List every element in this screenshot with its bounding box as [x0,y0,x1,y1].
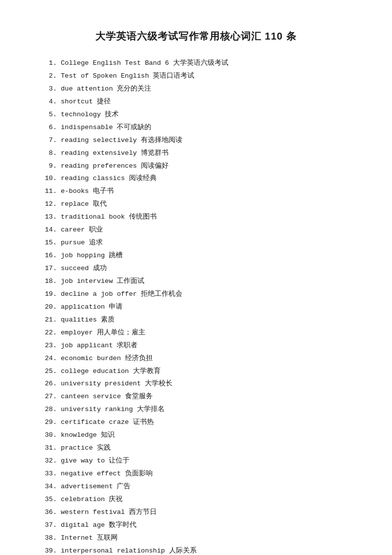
list-item: 6.indispensable 不可或缺的 [40,122,352,134]
item-content: traditional book 传统图书 [61,212,352,223]
item-number: 5. [40,109,57,121]
list-item: 15.pursue 追求 [40,237,352,249]
list-item: 27.canteen service 食堂服务 [40,391,352,403]
list-item: 17.succeed 成功 [40,263,352,275]
item-number: 34. [40,481,57,493]
item-content: economic burden 经济负担 [61,353,352,365]
item-number: 9. [40,161,57,172]
item-number: 19. [40,289,57,300]
vocab-list: 1.College English Test Band 6 大学英语六级考试2.… [40,58,352,555]
item-content: negative effect 负面影响 [61,468,352,480]
page-title: 大学英语六级考试写作常用核心词汇 110 条 [40,30,352,43]
item-number: 20. [40,302,57,313]
item-number: 29. [40,417,57,428]
list-item: 31.practice 实践 [40,443,352,454]
list-item: 11.e-books 电子书 [40,186,352,197]
item-number: 1. [40,58,57,69]
list-item: 29.certificate craze 证书热 [40,417,352,428]
item-content: give way to 让位于 [61,456,352,467]
list-item: 23.job applicant 求职者 [40,340,352,352]
item-content: College English Test Band 6 大学英语六级考试 [61,58,352,69]
list-item: 9.reading preferences 阅读偏好 [40,161,352,172]
item-number: 11. [40,186,57,197]
list-item: 34.advertisement 广告 [40,481,352,493]
item-content: knowledge 知识 [61,430,352,441]
item-number: 32. [40,456,57,467]
list-item: 33.negative effect 负面影响 [40,468,352,480]
list-item: 18.job interview 工作面试 [40,276,352,287]
item-content: application 申请 [61,302,352,313]
list-item: 16.job hopping 跳槽 [40,250,352,262]
item-number: 6. [40,122,57,134]
item-number: 25. [40,366,57,377]
list-item: 12.replace 取代 [40,199,352,210]
list-item: 10.reading classics 阅读经典 [40,173,352,185]
list-item: 28.university ranking 大学排名 [40,404,352,416]
item-content: qualities 素质 [61,315,352,326]
item-number: 36. [40,507,57,518]
list-item: 24.economic burden 经济负担 [40,353,352,365]
list-item: 38.Internet 互联网 [40,533,352,544]
item-content: job interview 工作面试 [61,276,352,287]
list-item: 20.application 申请 [40,302,352,313]
item-content: Internet 互联网 [61,533,352,544]
item-number: 30. [40,430,57,441]
item-content: technology 技术 [61,109,352,121]
item-content: university president 大学校长 [61,378,352,390]
item-content: advertisement 广告 [61,481,352,493]
item-number: 4. [40,96,57,108]
item-number: 2. [40,71,57,82]
list-item: 30.knowledge 知识 [40,430,352,441]
list-item: 2.Test of Spoken English 英语口语考试 [40,71,352,82]
list-item: 1.College English Test Band 6 大学英语六级考试 [40,58,352,69]
item-number: 10. [40,173,57,185]
list-item: 37.digital age 数字时代 [40,520,352,531]
item-number: 7. [40,135,57,146]
item-number: 23. [40,340,57,352]
item-content: reading extensively 博览群书 [61,148,352,159]
item-content: career 职业 [61,225,352,236]
item-number: 12. [40,199,57,210]
list-item: 25.college education 大学教育 [40,366,352,377]
list-item: 5.technology 技术 [40,109,352,121]
list-item: 4.shortcut 捷径 [40,96,352,108]
list-item: 13.traditional book 传统图书 [40,212,352,223]
item-number: 17. [40,263,57,275]
item-number: 33. [40,468,57,480]
item-content: digital age 数字时代 [61,520,352,531]
list-item: 32.give way to 让位于 [40,456,352,467]
list-item: 19.decline a job offer 拒绝工作机会 [40,289,352,300]
item-content: job applicant 求职者 [61,340,352,352]
item-content: celebration 庆祝 [61,494,352,506]
item-content: college education 大学教育 [61,366,352,377]
item-content: job hopping 跳槽 [61,250,352,262]
item-number: 18. [40,276,57,287]
list-item: 39.interpersonal relationship 人际关系 [40,546,352,555]
item-number: 21. [40,315,57,326]
list-item: 22.employer 用人单位；雇主 [40,327,352,339]
item-content: employer 用人单位；雇主 [61,327,352,339]
list-item: 3.due attention 充分的关注 [40,84,352,95]
item-number: 31. [40,443,57,454]
item-number: 28. [40,404,57,416]
item-content: reading classics 阅读经典 [61,173,352,185]
list-item: 26.university president 大学校长 [40,378,352,390]
item-number: 22. [40,327,57,339]
item-content: indispensable 不可或缺的 [61,122,352,134]
item-content: western festival 西方节日 [61,507,352,518]
item-number: 14. [40,225,57,236]
item-content: certificate craze 证书热 [61,417,352,428]
item-content: shortcut 捷径 [61,96,352,108]
item-number: 38. [40,533,57,544]
list-item: 35.celebration 庆祝 [40,494,352,506]
list-item: 7.reading selectively 有选择地阅读 [40,135,352,146]
item-content: university ranking 大学排名 [61,404,352,416]
item-content: decline a job offer 拒绝工作机会 [61,289,352,300]
item-number: 8. [40,148,57,159]
item-content: reading selectively 有选择地阅读 [61,135,352,146]
item-content: reading preferences 阅读偏好 [61,161,352,172]
item-content: canteen service 食堂服务 [61,391,352,403]
item-content: replace 取代 [61,199,352,210]
item-content: interpersonal relationship 人际关系 [61,546,352,555]
item-number: 3. [40,84,57,95]
